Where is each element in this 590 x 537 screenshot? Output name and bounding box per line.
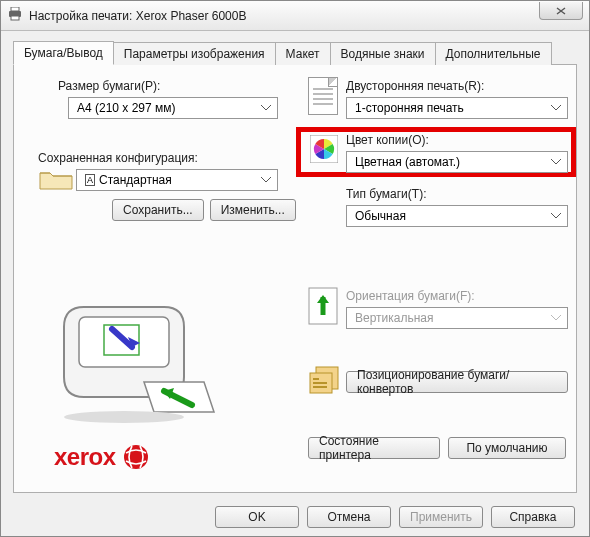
svg-rect-2 [11, 16, 19, 20]
xerox-sphere-icon [122, 443, 150, 471]
defaults-button[interactable]: По умолчанию [448, 437, 566, 459]
tab-layout[interactable]: Макет [275, 42, 331, 65]
tab-paper-output[interactable]: Бумага/Вывод [13, 41, 114, 65]
orientation-value: Вертикальная [355, 311, 434, 325]
window-title: Настройка печати: Xerox Phaser 6000B [29, 9, 246, 23]
paper-type-combo[interactable]: Обычная [346, 205, 568, 227]
apply-button[interactable]: Применить [399, 506, 483, 528]
duplex-label: Двусторонняя печать(R): [346, 79, 484, 93]
tabstrip: Бумага/Вывод Параметры изображения Макет… [13, 41, 577, 65]
paper-size-combo[interactable]: A4 (210 x 297 мм) [68, 97, 278, 119]
cancel-button[interactable]: Отмена [307, 506, 391, 528]
brand-text: xerox [54, 443, 116, 471]
folder-icon [38, 167, 74, 194]
dialog-buttons: OK Отмена Применить Справка [1, 506, 589, 528]
color-wheel-icon [310, 135, 338, 166]
help-button[interactable]: Справка [491, 506, 575, 528]
duplex-value: 1-сторонняя печать [355, 101, 464, 115]
copy-color-combo[interactable]: Цветная (автомат.) [346, 151, 568, 173]
edit-button[interactable]: Изменить... [210, 199, 296, 221]
svg-rect-12 [313, 386, 327, 388]
saved-config-value: Стандартная [99, 173, 172, 187]
svg-point-4 [64, 411, 184, 423]
svg-rect-11 [313, 382, 327, 384]
content-area: Бумага/Вывод Параметры изображения Макет… [1, 31, 589, 536]
tab-panel: Размер бумаги(P): A4 (210 x 297 мм) Сохр… [13, 65, 577, 493]
tab-watermarks[interactable]: Водяные знаки [330, 42, 436, 65]
tab-additional[interactable]: Дополнительные [435, 42, 552, 65]
svg-point-5 [124, 445, 148, 469]
chevron-down-icon [549, 101, 563, 115]
chevron-down-icon [549, 311, 563, 325]
chevron-down-icon [259, 173, 273, 187]
chevron-down-icon [549, 155, 563, 169]
chevron-down-icon [259, 101, 273, 115]
orientation-icon [308, 287, 338, 328]
orientation-combo: Вертикальная [346, 307, 568, 329]
orientation-label: Ориентация бумаги(F): [346, 289, 475, 303]
saved-config-label: Сохраненная конфигурация: [38, 151, 198, 165]
chevron-down-icon [549, 209, 563, 223]
xerox-logo: xerox [54, 443, 150, 471]
duplex-combo[interactable]: 1-сторонняя печать [346, 97, 568, 119]
paper-size-value: A4 (210 x 297 мм) [77, 101, 176, 115]
titlebar: Настройка печати: Xerox Phaser 6000B [1, 1, 589, 31]
printer-status-button[interactable]: Состояние принтера [308, 437, 440, 459]
positioning-button[interactable]: Позиционирование бумаги/конвертов [346, 371, 568, 393]
close-icon [556, 7, 566, 15]
ok-button[interactable]: OK [215, 506, 299, 528]
copy-color-label: Цвет копии(O): [346, 133, 429, 147]
printer-illustration [44, 277, 224, 430]
printer-icon [7, 7, 23, 24]
paper-type-label: Тип бумаги(T): [346, 187, 426, 201]
paper-size-label: Размер бумаги(P): [58, 79, 160, 93]
copy-color-value: Цветная (автомат.) [355, 155, 460, 169]
tab-image-params[interactable]: Параметры изображения [113, 42, 276, 65]
save-button[interactable]: Сохранить... [112, 199, 204, 221]
paper-type-value: Обычная [355, 209, 406, 223]
print-settings-window: Настройка печати: Xerox Phaser 6000B Бум… [0, 0, 590, 537]
svg-rect-10 [313, 378, 319, 380]
letter-a-icon: A [85, 174, 95, 186]
double-page-icon [308, 365, 342, 398]
close-button[interactable] [539, 2, 583, 20]
page-icon [308, 77, 338, 115]
saved-config-combo[interactable]: A Стандартная [76, 169, 278, 191]
svg-rect-1 [11, 7, 19, 11]
